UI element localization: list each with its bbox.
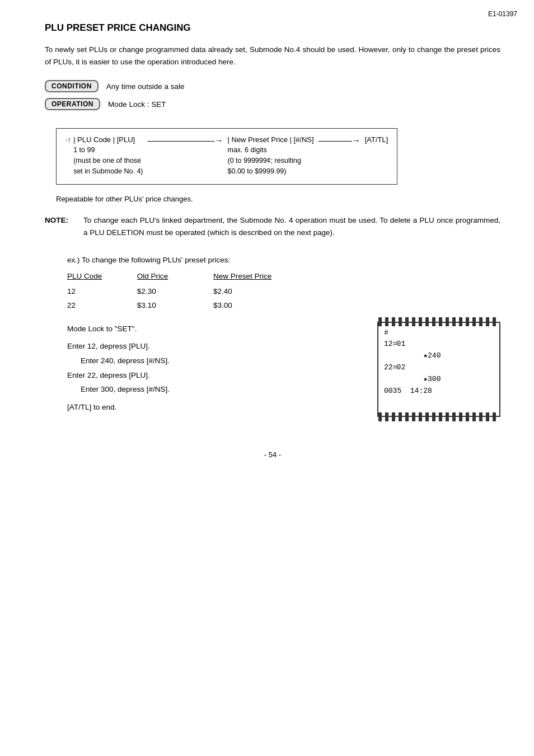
receipt-line-4: 22⌗02 <box>384 362 494 374</box>
mode-lock-instruction: Mode Lock to "SET". <box>67 322 355 336</box>
operation-diagram: ·↑ | PLU Code | [PLU] 1 to 99 (must be o… <box>56 128 397 185</box>
new-price-1: $2.40 <box>213 284 302 298</box>
operation-row: OPERATION Mode Lock : SET <box>45 98 500 110</box>
block1-sub: 1 to 99 (must be one of those set in Sub… <box>73 145 143 176</box>
operation-badge: OPERATION <box>45 98 100 110</box>
intro-text: To newly set PLUs or change programmed d… <box>45 44 500 68</box>
col-header-new: New Preset Price <box>213 272 302 284</box>
receipt-box: # 12⌗01 ★240 22⌗02 ★300 0035 14:28 <box>377 322 500 417</box>
receipt-top-decoration <box>378 317 499 326</box>
page-title: PLU PRESET PRICE CHANGING <box>45 22 500 34</box>
note-text: To change each PLU's linked department, … <box>83 214 500 238</box>
note-label: NOTE: <box>45 214 76 238</box>
step4: Enter 300, depress [#/NS]. <box>81 382 355 397</box>
step3: Enter 22, depress [PLU]. <box>67 368 355 383</box>
table-row: 22 $3.10 $3.00 <box>67 298 302 312</box>
example-header: ex.) To change the following PLUs' prese… <box>67 256 500 264</box>
col-header-plu: PLU Code <box>67 272 137 284</box>
condition-text: Any time outside a sale <box>106 82 185 91</box>
example-table: PLU Code Old Price New Preset Price 12 $… <box>67 272 302 312</box>
old-price-2: $3.10 <box>137 298 213 312</box>
receipt-bottom-decoration <box>378 412 499 421</box>
block1-title: | PLU Code | [PLU] <box>73 135 143 144</box>
page-number: - 54 - <box>45 450 500 459</box>
receipt-line-1: # <box>384 327 494 339</box>
block3-title: [AT/TL] <box>365 135 388 144</box>
receipt-line-6: 0035 14:28 <box>384 386 494 397</box>
arrow-1: ————————→ <box>148 135 223 145</box>
bottom-section: Mode Lock to "SET". Enter 12, depress [P… <box>67 322 500 417</box>
diagram-block-3: [AT/TL] <box>365 135 388 144</box>
arrow-2: ————→ <box>318 135 360 145</box>
note-section: NOTE: To change each PLU's linked depart… <box>45 214 500 238</box>
example-section: ex.) To change the following PLUs' prese… <box>67 256 500 417</box>
condition-row: CONDITION Any time outside a sale <box>45 80 500 92</box>
instructions-block: Mode Lock to "SET". Enter 12, depress [P… <box>67 322 355 415</box>
repeatable-note: Repeatable for other PLUs' price changes… <box>56 195 500 203</box>
receipt-line-2: 12⌗01 <box>384 339 494 350</box>
plu-code-1: 12 <box>67 284 137 298</box>
end-instruction: [AT/TL] to end. <box>67 400 355 415</box>
old-price-1: $2.30 <box>137 284 213 298</box>
col-header-old: Old Price <box>137 272 213 284</box>
block2-title: | New Preset Price | [#/NS] <box>228 135 314 144</box>
operation-text: Mode Lock : SET <box>108 100 166 109</box>
step2: Enter 240, depress [#/NS]. <box>81 354 355 368</box>
plu-code-2: 22 <box>67 298 137 312</box>
receipt-line-5: ★300 <box>384 374 494 386</box>
block2-sub: max. 6 digits (0 to 999999¢; resulting $… <box>228 145 314 176</box>
diagram-block-2: | New Preset Price | [#/NS] max. 6 digit… <box>228 135 314 176</box>
doc-id: E1-01397 <box>488 10 517 18</box>
condition-badge: CONDITION <box>45 80 99 92</box>
table-row: 12 $2.30 $2.40 <box>67 284 302 298</box>
diagram-block-1: | PLU Code | [PLU] 1 to 99 (must be one … <box>73 135 143 176</box>
receipt-line-3: ★240 <box>384 350 494 362</box>
step1: Enter 12, depress [PLU]. <box>67 339 355 354</box>
up-arrow-icon: ·↑ <box>65 135 71 144</box>
new-price-2: $3.00 <box>213 298 302 312</box>
